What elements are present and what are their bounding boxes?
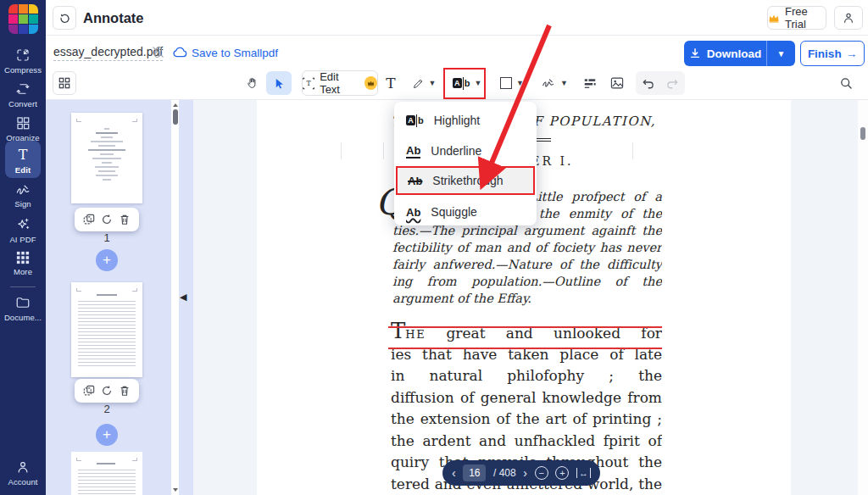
form-fields-button[interactable]	[578, 71, 602, 95]
thumbnail-page-3[interactable]	[71, 452, 142, 495]
duplicate-page-icon[interactable]	[83, 214, 95, 225]
menu-item-highlight[interactable]: Ab Highlight	[396, 107, 535, 134]
sidebar-item-documents[interactable]: Docume...	[0, 295, 46, 322]
account-icon	[15, 459, 31, 475]
body-line: in natural philofophy ; the increasing	[391, 365, 662, 387]
toggle-thumbnails-button[interactable]	[53, 71, 76, 95]
sidebar-item-compress[interactable]: Compress	[0, 47, 46, 75]
chevron-down-icon: ▼	[560, 79, 568, 87]
cloud-icon	[172, 45, 188, 58]
undo-button[interactable]	[636, 71, 660, 95]
user-icon	[842, 11, 855, 25]
scroll-down-arrow[interactable]	[173, 488, 178, 492]
image-icon	[610, 77, 624, 89]
highlight-icon: Ab	[406, 114, 424, 127]
thumbnail-page-content	[71, 128, 142, 181]
more-grid-icon	[16, 251, 30, 264]
svg-text:T: T	[306, 80, 311, 87]
page-count: / 408	[493, 467, 516, 479]
sidebar-item-more[interactable]: More	[0, 251, 46, 276]
rotate-page-icon[interactable]	[101, 214, 113, 225]
crop-mark	[132, 458, 137, 461]
zoom-in-button[interactable]: +	[555, 466, 569, 480]
search-icon	[839, 76, 853, 90]
crown-icon	[367, 80, 375, 86]
sidebar-item-organize[interactable]: Organize	[0, 115, 46, 142]
download-options-button[interactable]: ▼	[766, 41, 795, 66]
menu-item-underline[interactable]: Ab Underline	[396, 137, 535, 164]
next-page-button[interactable]: ›	[523, 467, 527, 479]
user-account-button[interactable]	[834, 6, 863, 30]
sidebar-item-convert[interactable]: Convert	[0, 81, 46, 108]
previous-page-button[interactable]: ‹	[452, 467, 456, 479]
scrollbar-thumb[interactable]	[173, 109, 178, 125]
pages-grid-icon	[58, 77, 70, 89]
delete-page-icon[interactable]	[119, 385, 131, 397]
zoom-out-button[interactable]: −	[535, 466, 548, 480]
scroll-up-arrow[interactable]	[173, 103, 178, 107]
unlink-icon[interactable]	[151, 45, 165, 59]
annotate-app: THE PRINCIPLE OF POPULATION, CHAPTER I. …	[0, 0, 868, 495]
duplicate-page-icon[interactable]	[83, 385, 95, 397]
signature-icon	[541, 77, 556, 89]
filename[interactable]: essay_decrypted.pdf	[53, 45, 163, 61]
chevron-down-icon: ▼	[429, 79, 437, 87]
square-icon	[500, 77, 512, 89]
select-tool-button[interactable]	[266, 71, 292, 95]
redo-button[interactable]	[660, 71, 685, 95]
sidebar-item-ai-pdf[interactable]: AI PDF	[0, 217, 46, 244]
thumbnail-scrollbar[interactable]	[171, 100, 179, 495]
thumbnail-page-2[interactable]	[71, 282, 142, 377]
insert-page-button[interactable]: +	[96, 249, 118, 271]
pan-tool-button[interactable]	[241, 71, 264, 95]
document-scrollbar[interactable]	[858, 100, 868, 495]
signature-tool-button[interactable]: ▼	[536, 71, 573, 95]
sidebar-item-account[interactable]: Account	[0, 459, 46, 487]
crop-mark	[76, 119, 81, 122]
draw-tool-button[interactable]: ▼	[405, 71, 442, 95]
hand-icon	[246, 76, 259, 90]
download-button[interactable]: Download	[684, 41, 766, 66]
sidebar-item-edit[interactable]: T Edit	[0, 147, 46, 175]
cursor-icon	[273, 77, 286, 90]
thumbnail-page-1[interactable]	[71, 113, 142, 203]
organize-icon	[15, 115, 31, 131]
premium-crown-badge	[364, 76, 377, 90]
collapse-panel-handle[interactable]: ◀	[180, 292, 186, 303]
delete-page-icon[interactable]	[119, 214, 131, 225]
body-line: the ardent and unfhackled fpirit of in-	[391, 431, 662, 453]
scrollbar-thumb[interactable]	[860, 127, 865, 140]
text-tool-button[interactable]: T	[380, 71, 402, 95]
shape-tool-button[interactable]: ▼	[493, 71, 531, 95]
summary-line: ing from population.—Outline of the prin…	[392, 273, 662, 290]
body-line: THE great and unlooked for difcover-	[391, 322, 662, 344]
text-markup-tool-button[interactable]: Ab ▼	[449, 71, 485, 95]
current-page-input[interactable]: 16	[463, 464, 486, 481]
fit-width-button[interactable]: ↔	[576, 468, 591, 478]
chevron-down-icon: ▼	[474, 79, 481, 87]
top-bar: Annotate Free Trial	[46, 0, 868, 36]
file-bar: essay_decrypted.pdf Save to Smallpdf Dow…	[46, 36, 868, 68]
body-line: diffusion of general knowledge from	[391, 387, 662, 409]
smallpdf-logo[interactable]	[8, 4, 38, 34]
page-1-actions	[75, 208, 139, 231]
redo-icon	[666, 78, 679, 89]
start-over-button[interactable]	[53, 6, 76, 30]
finish-button[interactable]: Finish→	[800, 41, 865, 66]
free-trial-button[interactable]: Free Trial	[767, 6, 826, 30]
sign-icon	[15, 183, 31, 197]
restart-icon	[58, 12, 71, 25]
sidebar-item-sign[interactable]: Sign	[0, 183, 46, 209]
insert-image-button[interactable]	[605, 71, 629, 95]
menu-item-strikethrough[interactable]: Ab Strikethrough	[396, 166, 535, 195]
convert-icon	[15, 81, 31, 97]
insert-page-button[interactable]: +	[96, 424, 118, 446]
summary-line: fairly anfwered.—Nature of the difficult…	[392, 256, 662, 273]
edit-text-button[interactable]: T Edit Text	[302, 70, 378, 96]
rotate-page-icon[interactable]	[101, 385, 113, 397]
save-to-smallpdf-link[interactable]: Save to Smallpdf	[192, 47, 278, 59]
menu-item-squiggle[interactable]: Ab Squiggle	[396, 198, 535, 225]
sparkles-icon	[15, 217, 31, 232]
search-button[interactable]	[834, 71, 858, 95]
crop-mark	[132, 288, 137, 292]
